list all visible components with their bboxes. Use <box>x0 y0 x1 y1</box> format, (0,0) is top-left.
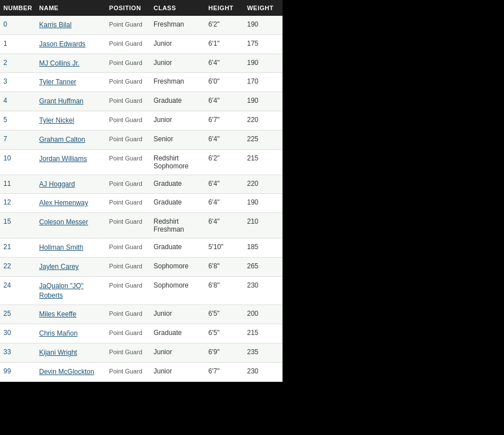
player-position: Point Guard <box>106 34 150 54</box>
player-name-link[interactable]: Coleson Messer <box>39 218 88 226</box>
player-number[interactable]: 10 <box>3 154 11 162</box>
player-weight: 235 <box>244 343 283 362</box>
player-class: Junior <box>150 343 205 362</box>
player-name-link[interactable]: Devin McGlockton <box>39 368 94 376</box>
player-number[interactable]: 99 <box>3 367 11 375</box>
player-number[interactable]: 2 <box>3 59 7 67</box>
table-row: 25Miles KeeffePoint GuardJunior6'5"200 <box>0 305 283 324</box>
table-row: 2MJ Collins Jr.Point GuardJunior6'4"190 <box>0 54 283 73</box>
player-class: Redshirt Freshman <box>150 213 205 238</box>
col-weight: WEIGHT <box>244 0 283 16</box>
player-name-link[interactable]: MJ Collins Jr. <box>39 59 79 67</box>
player-number[interactable]: 33 <box>3 348 11 356</box>
player-name-link[interactable]: Grant Huffman <box>39 97 83 105</box>
player-position: Point Guard <box>106 149 150 175</box>
player-position: Point Guard <box>106 16 150 34</box>
player-number[interactable]: 30 <box>3 329 11 337</box>
player-weight: 215 <box>244 149 283 175</box>
player-height: 6'7" <box>205 111 244 130</box>
player-name-link[interactable]: Alex Hemenway <box>39 199 88 207</box>
table-row: 24JaQualon "JQ" RobertsPoint GuardSophom… <box>0 276 283 305</box>
player-number[interactable]: 4 <box>3 97 7 105</box>
player-position: Point Guard <box>106 73 150 92</box>
player-number[interactable]: 22 <box>3 262 11 270</box>
player-weight: 185 <box>244 238 283 258</box>
table-row: 11AJ HoggardPoint GuardGraduate6'4"220 <box>0 175 283 194</box>
player-position: Point Guard <box>106 343 150 362</box>
player-class: Graduate <box>150 194 205 213</box>
col-position: POSITION <box>106 0 150 16</box>
player-number[interactable]: 12 <box>3 198 11 206</box>
player-class: Redshirt Sophomore <box>150 149 205 175</box>
player-name-link[interactable]: JaQualon "JQ" Roberts <box>39 282 84 299</box>
player-position: Point Guard <box>106 276 150 305</box>
table-row: 12Alex HemenwayPoint GuardGraduate6'4"19… <box>0 194 283 213</box>
player-height: 6'2" <box>205 149 244 175</box>
player-name-link[interactable]: Jaylen Carey <box>39 263 79 271</box>
player-weight: 230 <box>244 362 283 381</box>
player-weight: 190 <box>244 92 283 111</box>
player-height: 6'4" <box>205 130 244 149</box>
player-class: Sophomore <box>150 276 205 305</box>
player-name-link[interactable]: AJ Hoggard <box>39 180 75 188</box>
player-position: Point Guard <box>106 305 150 324</box>
player-number[interactable]: 3 <box>3 77 7 85</box>
player-position: Point Guard <box>106 111 150 130</box>
player-name-link[interactable]: Jordan Williams <box>39 155 87 163</box>
player-weight: 220 <box>244 175 283 194</box>
player-weight: 210 <box>244 213 283 238</box>
player-height: 6'4" <box>205 54 244 73</box>
player-number[interactable]: 7 <box>3 135 7 143</box>
player-name-link[interactable]: Miles Keeffe <box>39 310 76 318</box>
player-position: Point Guard <box>106 257 150 276</box>
player-class: Graduate <box>150 324 205 343</box>
player-number[interactable]: 0 <box>3 20 7 28</box>
roster-table-container: NUMBER NAME POSITION CLASS HEIGHT WEIGHT… <box>0 0 283 382</box>
col-height: HEIGHT <box>205 0 244 16</box>
player-weight: 190 <box>244 54 283 73</box>
table-row: 10Jordan WilliamsPoint GuardRedshirt Sop… <box>0 149 283 175</box>
player-height: 6'9" <box>205 343 244 362</box>
player-name-link[interactable]: Kijani Wright <box>39 349 77 356</box>
player-class: Graduate <box>150 175 205 194</box>
player-weight: 265 <box>244 257 283 276</box>
player-class: Junior <box>150 362 205 381</box>
table-row: 5Tyler NickelPoint GuardJunior6'7"220 <box>0 111 283 130</box>
table-row: 99Devin McGlocktonPoint GuardJunior6'7"2… <box>0 362 283 381</box>
table-row: 1Jason EdwardsPoint GuardJunior6'1"175 <box>0 34 283 54</box>
player-height: 6'4" <box>205 175 244 194</box>
roster-table: NUMBER NAME POSITION CLASS HEIGHT WEIGHT… <box>0 0 283 382</box>
player-name-link[interactable]: Hollman Smith <box>39 243 83 251</box>
player-number[interactable]: 21 <box>3 243 11 251</box>
player-name-link[interactable]: Tyler Nickel <box>39 116 74 124</box>
player-weight: 220 <box>244 111 283 130</box>
table-row: 22Jaylen CareyPoint GuardSophomore6'8"26… <box>0 257 283 276</box>
player-position: Point Guard <box>106 238 150 258</box>
player-number[interactable]: 15 <box>3 218 11 225</box>
player-position: Point Guard <box>106 324 150 343</box>
player-name-link[interactable]: Chris Mañon <box>39 329 77 337</box>
player-class: Senior <box>150 130 205 149</box>
player-position: Point Guard <box>106 213 150 238</box>
player-weight: 190 <box>244 16 283 34</box>
player-weight: 190 <box>244 194 283 213</box>
player-number[interactable]: 11 <box>3 180 11 188</box>
player-height: 5'10" <box>205 238 244 258</box>
player-height: 6'8" <box>205 276 244 305</box>
player-number[interactable]: 24 <box>3 281 11 289</box>
player-number[interactable]: 5 <box>3 116 7 124</box>
player-number[interactable]: 25 <box>3 310 11 317</box>
player-height: 6'5" <box>205 324 244 343</box>
player-name-link[interactable]: Karris Bilal <box>39 21 71 29</box>
player-height: 6'4" <box>205 92 244 111</box>
player-name-link[interactable]: Jason Edwards <box>39 40 85 48</box>
player-class: Sophomore <box>150 257 205 276</box>
player-name-link[interactable]: Tyler Tanner <box>39 78 76 86</box>
player-position: Point Guard <box>106 194 150 213</box>
player-height: 6'8" <box>205 257 244 276</box>
player-number[interactable]: 1 <box>3 40 7 47</box>
player-class: Freshman <box>150 73 205 92</box>
player-weight: 200 <box>244 305 283 324</box>
player-name-link[interactable]: Graham Calton <box>39 136 85 143</box>
table-row: 7Graham CaltonPoint GuardSenior6'4"225 <box>0 130 283 149</box>
